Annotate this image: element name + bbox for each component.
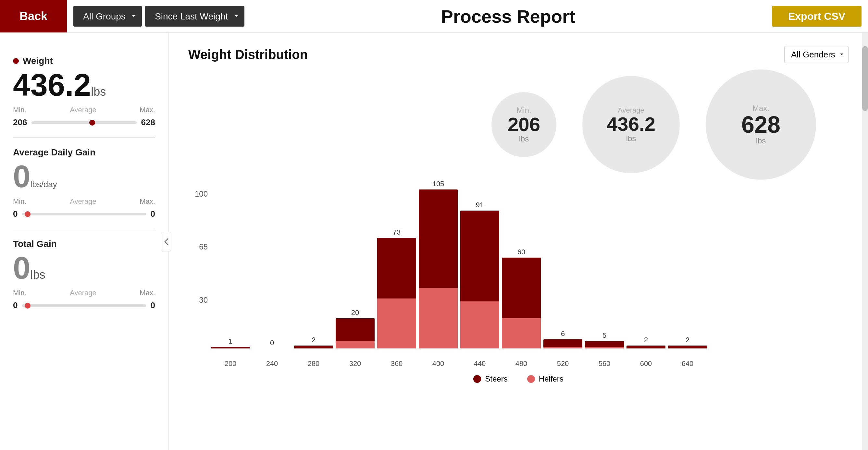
heifers-bar <box>419 288 458 349</box>
legend-heifers: Heifers <box>527 375 563 384</box>
bar-count: 2 <box>686 336 689 344</box>
bar-count: 20 <box>351 309 359 317</box>
steers-bar <box>460 211 499 301</box>
x-axis: 200240280320360400440480520560600640 <box>188 359 848 368</box>
bar-count: 6 <box>561 330 565 338</box>
bar-count: 0 <box>270 339 274 347</box>
heifers-dot <box>527 375 535 383</box>
time-select[interactable]: Since Last Weight Last 30 Days Last 90 D… <box>145 6 244 27</box>
min-circle: Min. 206 lbs <box>492 92 556 157</box>
adg-title: Average Daily Gain <box>13 147 155 158</box>
x-label: 200 <box>211 359 250 368</box>
scrollbar[interactable] <box>862 33 868 450</box>
heifers-label: Heifers <box>539 375 563 384</box>
bar-col: 105 <box>419 180 458 349</box>
right-panel: Weight Distribution All Genders Steers H… <box>169 33 868 450</box>
total-gain-unit: lbs <box>30 268 45 282</box>
chart-legend: Steers Heifers <box>188 375 848 384</box>
min-circle-unit: lbs <box>519 134 529 143</box>
x-label: 240 <box>252 359 291 368</box>
bar-stack <box>502 258 541 349</box>
bar-stack <box>668 346 707 349</box>
bar-col: 5 <box>585 331 624 349</box>
bar-stack <box>585 341 624 349</box>
y-label-65: 65 <box>188 243 208 252</box>
scrollbar-thumb[interactable] <box>862 46 868 111</box>
x-label: 520 <box>544 359 582 368</box>
steers-bar <box>336 318 375 341</box>
weight-unit: lbs <box>91 85 106 99</box>
total-gain-slider-section: Min. Average Max. 0 0 <box>13 289 155 311</box>
weight-max-value: 628 <box>141 118 155 128</box>
bar-count: 73 <box>393 228 401 236</box>
adg-min-value: 0 <box>13 209 18 219</box>
bar-col: 1 <box>211 337 250 349</box>
adg-min-label: Min. <box>13 197 27 206</box>
bar-stack <box>626 346 665 349</box>
adg-slider-section: Min. Average Max. 0 0 <box>13 197 155 219</box>
adg-slider-thumb[interactable] <box>25 211 31 217</box>
weight-min-value: 206 <box>13 118 27 128</box>
weight-value: 436.2 <box>13 69 91 101</box>
avg-circle: Average 436.2 lbs <box>582 76 680 173</box>
steers-bar <box>502 258 541 318</box>
chart-title: Weight Distribution <box>188 47 784 62</box>
x-label: 360 <box>377 359 416 368</box>
weight-slider-track[interactable] <box>31 121 136 124</box>
weight-slider-thumb[interactable] <box>89 120 95 126</box>
steers-label: Steers <box>485 375 507 384</box>
bar-stack <box>419 190 458 349</box>
steers-bar <box>211 347 250 349</box>
gender-select[interactable]: All Genders Steers Heifers <box>784 46 848 63</box>
heifers-bar <box>460 301 499 349</box>
back-button[interactable]: Back <box>0 0 67 32</box>
adg-max-label: Max. <box>140 197 155 206</box>
total-gain-title: Total Gain <box>13 239 155 249</box>
tg-min-label: Min. <box>13 289 27 297</box>
avg-circle-value: 436.2 <box>607 115 655 134</box>
header: Back All Groups Group A Group B Since La… <box>0 0 868 33</box>
adg-slider-row: 0 0 <box>13 209 155 219</box>
page-title: Process Report <box>244 6 772 27</box>
steers-bar <box>377 238 416 298</box>
weight-slider-section: Min. Average Max. 206 628 <box>13 106 155 128</box>
bar-stack <box>294 346 333 349</box>
chart-header: Weight Distribution All Genders Steers H… <box>188 46 848 63</box>
group-select[interactable]: All Groups Group A Group B <box>73 6 142 27</box>
main-content: Weight 436.2 lbs Min. Average Max. 206 6… <box>0 33 868 450</box>
bar-stack <box>544 340 582 349</box>
x-label: 440 <box>460 359 499 368</box>
export-csv-button[interactable]: Export CSV <box>772 6 862 27</box>
avg-circle-unit: lbs <box>626 134 636 143</box>
total-gain-section: Total Gain 0 lbs Min. Average Max. 0 0 <box>13 229 155 320</box>
x-label: 320 <box>336 359 375 368</box>
bar-stack <box>377 238 416 349</box>
weight-title: Weight <box>13 56 155 66</box>
bar-col: 73 <box>377 228 416 349</box>
collapse-panel-button[interactable] <box>162 232 172 252</box>
bars-group: 102207310591606522 <box>211 190 707 358</box>
tg-max-label: Max. <box>140 289 155 297</box>
y-label-30: 30 <box>188 296 208 304</box>
weight-dot <box>13 58 19 64</box>
bar-count: 5 <box>602 331 607 340</box>
bar-count: 1 <box>228 337 232 346</box>
chart-area: 30 65 100 102207310591606522 20024028032… <box>188 190 848 437</box>
max-circle-value: 628 <box>741 113 780 136</box>
steers-bar <box>626 346 665 349</box>
tg-slider-thumb[interactable] <box>25 303 31 309</box>
bar-col: 91 <box>460 201 499 349</box>
tg-avg-label: Average <box>27 289 140 297</box>
tg-slider-track[interactable] <box>22 304 146 307</box>
heifers-bar <box>502 318 541 349</box>
x-label: 600 <box>626 359 665 368</box>
tg-min-value: 0 <box>13 300 18 311</box>
bar-col: 2 <box>294 336 333 349</box>
left-panel: Weight 436.2 lbs Min. Average Max. 206 6… <box>0 33 169 450</box>
y-axis: 30 65 100 <box>188 190 208 358</box>
weight-slider-row: 206 628 <box>13 118 155 128</box>
x-label: 280 <box>294 359 333 368</box>
bar-col: 2 <box>668 336 707 349</box>
weight-min-label: Min. <box>13 106 27 114</box>
adg-slider-track[interactable] <box>22 213 146 216</box>
